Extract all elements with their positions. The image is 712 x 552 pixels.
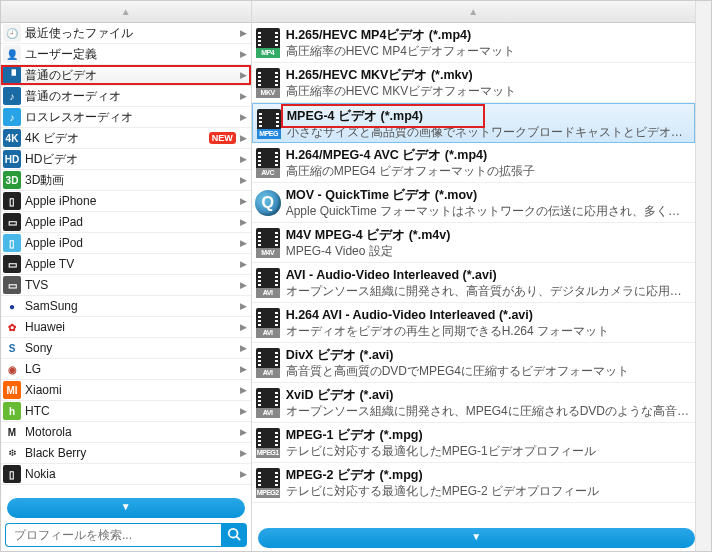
chevron-right-icon: ▶ [240,364,247,374]
scroll-down-left[interactable]: ▼ [7,498,245,518]
format-title: H.265/HEVC MKVビデオ (*.mkv) [286,67,689,83]
chevron-right-icon: ▶ [240,238,247,248]
format-list: MP4H.265/HEVC MP4ビデオ (*.mp4)高圧縮率のHEVC MP… [252,23,695,525]
category-item[interactable]: MMotorola▶ [1,422,251,443]
film-icon: MP4 [256,28,280,58]
category-item[interactable]: ◉LG▶ [1,359,251,380]
category-item[interactable]: ♪普通のオーディオ▶ [1,86,251,107]
format-item[interactable]: MPEG2MPEG-2 ビデオ (*.mpg)テレビに対応する最適化したMPEG… [252,463,695,503]
format-desc: 高圧縮率のHEVC MP4ビデオフォーマット [286,43,689,59]
category-icon: ♪ [3,108,21,126]
category-icon: ▝ [3,66,21,84]
format-icon: Q [254,185,282,221]
category-label: ユーザー定義 [25,46,236,63]
category-item[interactable]: SSony▶ [1,338,251,359]
format-icon: MKV [254,65,282,101]
search-bar [1,521,251,551]
format-item[interactable]: M4VM4V MPEG-4 ビデオ (*.m4v)MPEG-4 Video 設定 [252,223,695,263]
film-icon: MKV [256,68,280,98]
film-icon: MPEG [257,109,281,139]
category-label: 普通のオーディオ [25,88,236,105]
format-tag: M4V [256,248,280,258]
category-icon: MI [3,381,21,399]
category-item[interactable]: ▯Nokia▶ [1,464,251,485]
format-text: MPEG-2 ビデオ (*.mpg)テレビに対応する最適化したMPEG-2 ビデ… [286,465,689,499]
category-item[interactable]: hHTC▶ [1,401,251,422]
category-item[interactable]: ▭Apple TV▶ [1,254,251,275]
format-icon: MPEG [255,106,283,142]
chevron-right-icon: ▶ [240,28,247,38]
format-text: H.264 AVI - Audio-Video Interleaved (*.a… [286,305,689,339]
category-icon: ▭ [3,276,21,294]
format-title: H.264 AVI - Audio-Video Interleaved (*.a… [286,307,689,323]
category-item[interactable]: ♪ロスレスオーディオ▶ [1,107,251,128]
scroll-down-right[interactable]: ▼ [258,528,695,548]
category-label: Nokia [25,467,236,481]
format-item[interactable]: QMOV - QuickTime ビデオ (*.mov)Apple QuickT… [252,183,695,223]
format-tag: AVC [256,168,280,178]
chevron-right-icon: ▶ [240,154,247,164]
category-label: HTC [25,404,236,418]
category-icon: 👤 [3,45,21,63]
scroll-up-left[interactable]: ▲ [1,1,251,23]
category-item[interactable]: ፨Black Berry▶ [1,443,251,464]
format-item[interactable]: MPEGMPEG-4 ビデオ (*.mp4)小さなサイズと高品質の画像でネットワ… [252,103,695,143]
category-label: Xiaomi [25,383,236,397]
category-label: Apple TV [25,257,236,271]
format-item[interactable]: AVIXviD ビデオ (*.avi)オープンソース組織に開発され、MPEG4に… [252,383,695,423]
format-tag: AVI [256,328,280,338]
chevron-right-icon: ▶ [240,301,247,311]
category-item[interactable]: 3D3D動画▶ [1,170,251,191]
format-desc: テレビに対応する最適化したMPEG-1ビデオプロフィール [286,443,689,459]
format-title: MOV - QuickTime ビデオ (*.mov) [286,187,689,203]
category-item[interactable]: ✿Huawei▶ [1,317,251,338]
film-icon: MPEG2 [256,468,280,498]
film-icon: AVI [256,268,280,298]
format-text: H.264/MPEG-4 AVC ビデオ (*.mp4)高圧縮のMPEG4 ビデ… [286,145,689,179]
category-label: SamSung [25,299,236,313]
format-item[interactable]: MPEG1MPEG-1 ビデオ (*.mpg)テレビに対応する最適化したMPEG… [252,423,695,463]
format-title: M4V MPEG-4 ビデオ (*.m4v) [286,227,689,243]
format-item[interactable]: AVIAVI - Audio-Video Interleaved (*.avi)… [252,263,695,303]
format-icon: M4V [254,225,282,261]
category-item[interactable]: ▯Apple iPod▶ [1,233,251,254]
category-item[interactable]: ●SamSung▶ [1,296,251,317]
format-text: MPEG-4 ビデオ (*.mp4)小さなサイズと高品質の画像でネットワークブロ… [287,106,688,140]
format-item[interactable]: AVCH.264/MPEG-4 AVC ビデオ (*.mp4)高圧縮のMPEG4… [252,143,695,183]
category-item[interactable]: 4K4K ビデオNEW▶ [1,128,251,149]
scroll-up-right[interactable]: ▲ [252,1,695,23]
format-desc: テレビに対応する最適化したMPEG-2 ビデオプロフィール [286,483,689,499]
category-icon: ▭ [3,255,21,273]
format-title: H.264/MPEG-4 AVC ビデオ (*.mp4) [286,147,689,163]
format-text: DivX ビデオ (*.avi)高音質と高画質のDVDでMPEG4に圧縮するビデ… [286,345,689,379]
category-item[interactable]: 🕘最近使ったファイル▶ [1,23,251,44]
category-icon: S [3,339,21,357]
category-item[interactable]: MIXiaomi▶ [1,380,251,401]
chevron-right-icon: ▶ [240,175,247,185]
category-item[interactable]: ▭Apple iPad▶ [1,212,251,233]
category-item[interactable]: ▝普通のビデオ▶ [1,65,251,86]
main-container: ▲ 🕘最近使ったファイル▶👤ユーザー定義▶▝普通のビデオ▶♪普通のオーディオ▶♪… [0,0,712,552]
chevron-right-icon: ▶ [240,112,247,122]
format-item[interactable]: MP4H.265/HEVC MP4ビデオ (*.mp4)高圧縮率のHEVC MP… [252,23,695,63]
category-item[interactable]: 👤ユーザー定義▶ [1,44,251,65]
category-item[interactable]: ▯Apple iPhone▶ [1,191,251,212]
category-label: 普通のビデオ [25,67,236,84]
category-item[interactable]: ▭TVS▶ [1,275,251,296]
format-title: MPEG-2 ビデオ (*.mpg) [286,467,689,483]
category-icon: HD [3,150,21,168]
search-input[interactable] [5,523,221,547]
format-item[interactable]: AVIDivX ビデオ (*.avi)高音質と高画質のDVDでMPEG4に圧縮す… [252,343,695,383]
search-button[interactable] [221,523,247,547]
format-item[interactable]: AVIH.264 AVI - Audio-Video Interleaved (… [252,303,695,343]
format-title: MPEG-1 ビデオ (*.mpg) [286,427,689,443]
category-label: Black Berry [25,446,236,460]
category-item[interactable]: HDHDビデオ▶ [1,149,251,170]
category-icon: ● [3,297,21,315]
scrollbar-track-bottom [695,525,711,551]
new-badge: NEW [209,132,236,144]
format-text: MPEG-1 ビデオ (*.mpg)テレビに対応する最適化したMPEG-1ビデオ… [286,425,689,459]
format-item[interactable]: MKVH.265/HEVC MKVビデオ (*.mkv)高圧縮率のHEVC MK… [252,63,695,103]
film-icon: MPEG1 [256,428,280,458]
scrollbar[interactable] [695,23,711,525]
